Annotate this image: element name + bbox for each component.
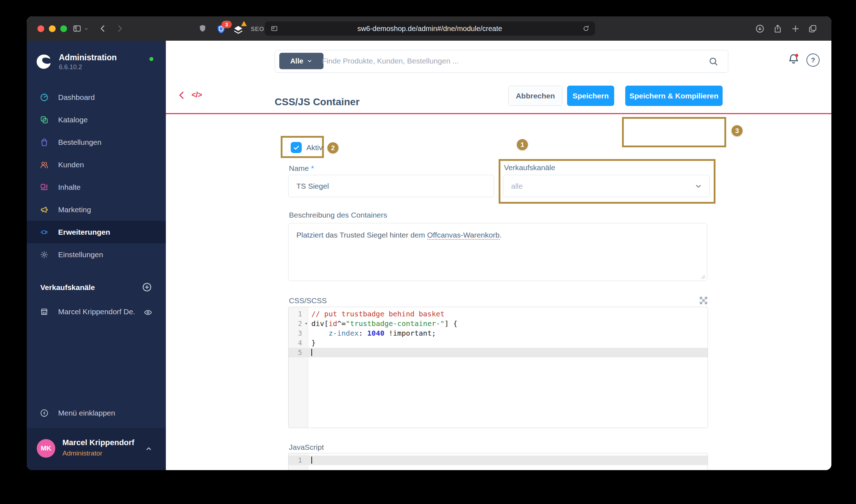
- user-role: Administrator: [62, 449, 102, 457]
- zoom-window-button[interactable]: [60, 25, 67, 32]
- search-scope-label: Alle: [290, 57, 304, 65]
- privacy-shield-icon[interactable]: [198, 24, 207, 33]
- code-line-1: 1// put trustbadge behind basket: [289, 309, 708, 319]
- resize-grip-icon[interactable]: [700, 274, 706, 280]
- expand-editor-icon[interactable]: [700, 297, 707, 304]
- avatar: MK: [37, 439, 55, 458]
- sidebar-item-dashboard[interactable]: Dashboard: [27, 86, 166, 108]
- active-checkbox[interactable]: [291, 142, 302, 153]
- css-code-editor[interactable]: 1// put trustbadge behind basket2▾div[id…: [288, 307, 708, 428]
- sidebar-item-label: Kunden: [58, 161, 84, 169]
- minimize-window-button[interactable]: [49, 25, 56, 32]
- browser-window: 3 SEO sw6-demoshop.de/admin#/dne/module/…: [27, 16, 831, 470]
- close-window-button[interactable]: [37, 25, 44, 32]
- user-menu[interactable]: MK Marcel Krippendorf Administrator: [27, 428, 166, 470]
- sales-channel-name: Marcel Krippendorf De...: [58, 307, 135, 316]
- collapse-circle-icon: [40, 408, 49, 418]
- description-text-end: .: [500, 231, 502, 239]
- page-title: CSS/JS Container: [275, 96, 360, 108]
- help-icon[interactable]: ?: [806, 54, 820, 67]
- reload-icon[interactable]: [582, 25, 590, 32]
- line-number: 1: [289, 309, 308, 319]
- fold-caret-icon[interactable]: ▾: [305, 319, 307, 329]
- sales-channels-select[interactable]: alle: [503, 175, 710, 197]
- url-text: sw6-demoshop.de/admin#/dne/module/create: [357, 25, 502, 33]
- required-mark: *: [311, 164, 314, 172]
- downloads-icon[interactable]: [755, 24, 765, 34]
- sidebar-item-label: Erweiterungen: [58, 228, 110, 236]
- tab-overview-icon[interactable]: [808, 24, 817, 34]
- css-field-label: CSS/SCSS: [289, 296, 327, 305]
- code-line-4: 4}: [289, 338, 708, 348]
- annotation-badge-2: 2: [327, 142, 338, 153]
- search-scope-dropdown[interactable]: Alle: [279, 53, 323, 69]
- browser-forward-icon[interactable]: [115, 24, 124, 33]
- save-compile-button[interactable]: Speichern & Kompilieren: [625, 86, 723, 106]
- toolbar-chevron-down-icon[interactable]: [84, 26, 89, 31]
- search-icon[interactable]: [708, 56, 719, 67]
- sidebar-item-sales-channel[interactable]: Marcel Krippendorf De...: [27, 302, 179, 322]
- sidebar-item-label: Inhalte: [58, 183, 81, 192]
- search-box: Alle: [275, 50, 728, 73]
- name-input[interactable]: [288, 175, 494, 197]
- share-icon[interactable]: [773, 24, 783, 34]
- sidebar-item-einstellungen[interactable]: Einstellungen: [27, 243, 166, 266]
- dashboard-icon: [40, 93, 49, 102]
- line-number: 3: [289, 329, 308, 338]
- extension-warning-icon: [241, 21, 247, 26]
- online-status-dot: [149, 57, 153, 61]
- app-version: 6.6.10.2: [59, 63, 82, 71]
- search-input[interactable]: [321, 50, 804, 72]
- code-line-3: 3 z-index: 1040 !important;: [289, 329, 708, 338]
- save-button[interactable]: Speichern: [567, 86, 614, 106]
- js-field-label: JavaScript: [289, 443, 324, 452]
- line-number: 2▾: [289, 319, 308, 329]
- description-text: Platziert das Trusted Siegel hinter dem: [296, 231, 427, 239]
- catalogues-icon: [40, 115, 49, 124]
- chevron-up-icon[interactable]: [144, 444, 153, 453]
- sidebar-item-marketing[interactable]: Marketing: [27, 198, 166, 221]
- collapse-menu-button[interactable]: Menü einklappen: [27, 403, 179, 423]
- new-tab-icon[interactable]: [791, 24, 800, 34]
- adblocker-count-badge: 3: [221, 21, 232, 28]
- add-sales-channel-icon[interactable]: [142, 282, 152, 292]
- user-name: Marcel Krippendorf: [62, 438, 134, 447]
- sidebar-item-kunden[interactable]: Kunden: [27, 153, 166, 176]
- code-line-1: 1: [289, 455, 708, 465]
- active-checkbox-label: Aktiv: [306, 143, 323, 152]
- text-cursor: [311, 457, 312, 464]
- js-code-editor[interactable]: 1: [288, 453, 708, 470]
- eye-icon[interactable]: [143, 307, 153, 317]
- address-bar[interactable]: sw6-demoshop.de/admin#/dne/module/create: [265, 21, 595, 36]
- sidebar-item-bestellungen[interactable]: Bestellungen: [27, 131, 166, 153]
- screen: 3 SEO sw6-demoshop.de/admin#/dne/module/…: [0, 0, 856, 504]
- sidebar-item-kataloge[interactable]: Kataloge: [27, 108, 166, 131]
- sales-channels-placeholder: alle: [511, 182, 523, 190]
- notifications-bell-icon[interactable]: [787, 52, 800, 65]
- sidebar-item-label: Kataloge: [58, 116, 88, 124]
- browser-back-icon[interactable]: [98, 24, 107, 33]
- smart-bar: </> CSS/JS Container Abbrechen Speichern…: [166, 77, 831, 113]
- description-textarea[interactable]: Platziert das Trusted Siegel hinter dem …: [288, 223, 707, 281]
- line-number: 5: [289, 348, 308, 357]
- chevron-down-icon: [694, 182, 702, 190]
- module-code-icon: </>: [192, 90, 202, 100]
- sidebar-item-erweiterungen[interactable]: Erweiterungen: [27, 221, 166, 243]
- cancel-button[interactable]: Abbrechen: [508, 86, 562, 106]
- page-settings-icon[interactable]: [270, 25, 278, 32]
- sidebar-item-label: Einstellungen: [58, 250, 103, 259]
- shopware-logo: [36, 54, 52, 70]
- name-field-label: Name *: [289, 164, 314, 173]
- back-icon[interactable]: [177, 90, 187, 101]
- seo-extension-label[interactable]: SEO: [251, 26, 264, 33]
- sidebar-toggle-icon[interactable]: [72, 24, 82, 33]
- content-icon: [40, 183, 49, 192]
- admin-sidebar: Administration 6.6.10.2 DashboardKatalog…: [27, 41, 166, 470]
- browser-titlebar: 3 SEO sw6-demoshop.de/admin#/dne/module/…: [27, 16, 831, 41]
- settings-icon: [40, 250, 49, 259]
- storefront-icon: [40, 307, 49, 316]
- code-line-5: 5: [289, 348, 708, 357]
- sidebar-item-inhalte[interactable]: Inhalte: [27, 176, 166, 198]
- sales-channels-header: Verkaufskanäle: [40, 283, 95, 292]
- marketing-icon: [40, 205, 49, 214]
